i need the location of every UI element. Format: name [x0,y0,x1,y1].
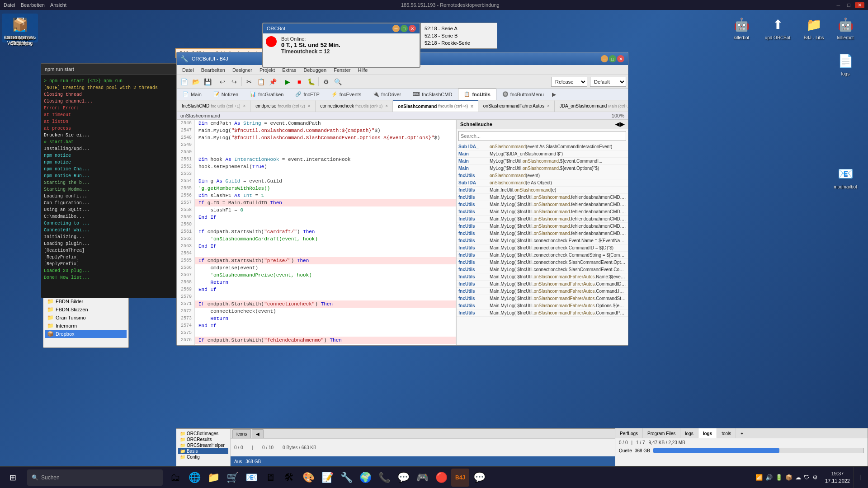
os-restore-btn[interactable]: □ [844,2,853,8]
code-tab-slashcmd-close[interactable]: × [243,103,245,108]
ref-item-4[interactable]: fncUtils onSlashcommand(event) [457,172,628,179]
ide-btn-redo[interactable]: ↪ [229,76,240,87]
os-menu-ansicht[interactable]: Ansicht [50,2,66,8]
ref-item-20[interactable]: fncUtils Main.MyLog("$fncUtil.onSlashcom… [457,288,628,295]
orcbot-min-btn[interactable]: ─ [392,25,400,32]
taskbar-app-code[interactable]: 🖥 [261,469,279,487]
ide-btn-paste[interactable]: 📌 [267,76,278,87]
ref-item-9[interactable]: fncUtils Main.MyLog("$fncUtil.onSlashcom… [457,208,628,216]
code-tab-fahrer[interactable]: onSlashcommandFahrerAutos× [478,100,555,112]
fst-stream[interactable]: 📁ORCStreamHelper [178,442,228,448]
fm-item-gran-turismo[interactable]: 📁Gran Turismo [45,314,127,322]
subtab-next-btn[interactable]: ▶ [550,89,559,100]
ide-btn-copy[interactable]: 📋 [255,76,266,87]
taskbar-app-store[interactable]: 🛒 [223,469,241,487]
ide-btn-settings[interactable]: ⚙ [321,76,331,87]
desktop-icon-b4j-libs[interactable]: 📁 B4J - Libs [796,14,832,42]
ide-menu-datei[interactable]: Datei [179,65,198,75]
code-tab-conncheck[interactable]: connectioncheckfncUtils (ctrl+3)× [316,100,393,112]
ref-item-13[interactable]: fncUtils Main.MyLog("$fncUtil.connection… [457,237,628,244]
fm-item-fbdn-skizzen[interactable]: 📁FBDN.Skizzen [45,305,127,314]
series-item-a[interactable]: 52:18 - Serie A [423,25,495,32]
code-tab-slashcmd[interactable]: fncSlashCMDfnc Utils (ctrl +1)× [177,100,250,112]
show-desktop-btn[interactable]: │ [854,467,868,488]
taskbar-app-discord[interactable]: 💬 [470,469,488,487]
tools-tab-perflogs[interactable]: PerfLogs [615,428,643,438]
ide-min-btn[interactable]: ─ [601,55,608,62]
ide-btn-search[interactable]: 🔍 [332,76,343,87]
series-item-b[interactable]: 52:18 - Serie B [423,32,495,39]
ref-item-18[interactable]: fncUtils Main.MyLog("$fncUtil.onSlashcom… [457,273,628,281]
tools-tab-logs1[interactable]: logs [680,428,698,438]
right-panel-collapse[interactable]: ◀ [615,121,619,127]
fm-item-internorm[interactable]: 📁Internorm [45,322,127,330]
taskbar-app-maps[interactable]: 🌍 [356,469,374,487]
fs-tab-icons[interactable]: icons [232,429,251,438]
taskbar-app-mail[interactable]: 📧 [242,469,260,487]
taskbar-app-wrench[interactable]: 🔧 [337,469,355,487]
code-tab-onslash[interactable]: onSlashcommandfncUtils (ctrl+4)× [393,100,478,112]
ide-subtab-utils[interactable]: 📋 fncUtils [458,89,496,100]
ide-subtab-main[interactable]: 📄 Main [177,89,208,100]
ref-item-21[interactable]: fncUtils Main.MyLog("$fncUtil.onSlashcom… [457,295,628,302]
ref-item-6[interactable]: fncUtils Main.fncUtil.onSlashcommand(e) [457,187,628,194]
ide-btn-run[interactable]: ▶ [282,76,293,87]
ref-item-2[interactable]: Main MyLog("$fncUtil.onSlashcommand.${ev… [457,158,628,165]
ide-subtab-slashcmd[interactable]: ⌨ fncSlashCMD [407,89,458,100]
series-item-rookie[interactable]: 52:18 - Rookie-Serie [423,39,495,47]
fm-item-fbdn-bilder[interactable]: 📁FBDN.Bilder [45,297,127,305]
tools-tab-add[interactable]: + [736,428,748,438]
ide-max-btn[interactable]: □ [609,55,616,62]
ide-btn-undo[interactable]: ↩ [217,76,228,87]
schnellsuche-input[interactable] [458,131,626,141]
desktop-icon-dropbox2[interactable]: 📦 Dropbox Stream... [2,14,38,48]
code-tab-cmdpreise[interactable]: cmdpreisefncUtils (ctrl+2)× [250,100,315,112]
ref-item-1[interactable]: Main MyLog("$JDA_onSlashcommand $") [457,150,628,158]
ref-item-19[interactable]: fncUtils Main.MyLog("$fncUtil.onSlashcom… [457,281,628,288]
ref-item-12[interactable]: fncUtils Main.MyLog("$fncUtil.onSlashcom… [457,230,628,237]
fm-item-dropbox[interactable]: 📦Dropbox [45,330,127,338]
ide-subtab-driver[interactable]: 🔌 fncDriver [367,89,407,100]
desktop-icon-killlerbot[interactable]: 🤖 killlerbot [827,14,863,42]
taskbar-app-chat[interactable]: 💬 [394,469,412,487]
ref-item-0[interactable]: Sub IDA_ onSlashcommand(event As SlashCo… [457,143,628,150]
right-panel-expand[interactable]: ▶ [620,121,624,127]
taskbar-app-explorer[interactable]: 📁 [204,469,222,487]
fst-orcbot-images[interactable]: 📁ORCBotImages [178,431,228,436]
ref-item-7[interactable]: fncUtils Main.MyLog("$fncUtil.onSlashcom… [457,194,628,201]
taskbar-start-btn[interactable]: ⊞ [0,467,25,488]
code-tab-onslash-close[interactable]: × [471,104,473,109]
os-menu-bearbeiten[interactable]: Bearbeiten [21,2,45,8]
taskbar-app-files[interactable]: 🗂 [166,469,184,487]
ide-config-dropdown[interactable]: Release [551,77,587,87]
ide-menu-designer[interactable]: Designer [229,65,256,75]
tools-tab-logs2[interactable]: logs [698,428,717,438]
taskbar-app-phone[interactable]: 📞 [375,469,393,487]
taskbar-app-tools[interactable]: 🛠 [280,469,298,487]
ide-subtab-events[interactable]: ⚡ fncEvents [326,89,367,100]
desktop-icon-upd-orcbot[interactable]: ⬆ upd ORCBot [760,14,796,42]
ide-subtab-notizen[interactable]: 📝 Notizen [208,89,244,100]
ref-item-10[interactable]: fncUtils Main.MyLog("$fncUtil.onSlashcom… [457,216,628,223]
os-minimize-btn[interactable]: ─ [834,2,843,8]
fst-config[interactable]: 📁Config [178,454,228,460]
orcbot-close-btn[interactable]: ✕ [409,25,416,32]
code-tab-fahrer-close[interactable]: × [547,103,550,108]
taskbar-app-b4j[interactable]: B4J [451,469,469,487]
desktop-icon-killerbot2[interactable]: 🤖 killerbot [723,14,760,42]
ide-subtab-grafiken[interactable]: 📊 fncGrafiken [244,89,289,100]
ide-close-btn[interactable]: ✕ [617,55,624,62]
taskbar-search[interactable]: 🔍 Suchen [27,469,163,486]
ide-btn-stop[interactable]: ■ [294,76,305,87]
code-scroll[interactable]: 2546 Dim cmdPath As String = event.Comma… [177,120,456,346]
taskbar-app-notes[interactable]: 📝 [318,469,336,487]
code-tab-conncheck-close[interactable]: × [385,103,388,108]
code-tab-jda[interactable]: JDA_onSlashcommandMain (ctrl+...)× [555,100,628,112]
fst-basis[interactable]: 📁Basis [178,448,228,454]
os-menu-datei[interactable]: Datei [4,2,15,8]
ide-subtab-buttons[interactable]: 🔘 fncButtonMenu [496,89,550,100]
ide-subtab-ftp[interactable]: 🔗 fncFTP [289,89,325,100]
tools-tab-programfiles[interactable]: Program Files [643,428,680,438]
ref-item-17[interactable]: fncUtils Main.MyLog("$fncUtil.connection… [457,266,628,273]
ref-item-8[interactable]: fncUtils Main.MyLog("$fncUtil.onSlashcom… [457,201,628,208]
